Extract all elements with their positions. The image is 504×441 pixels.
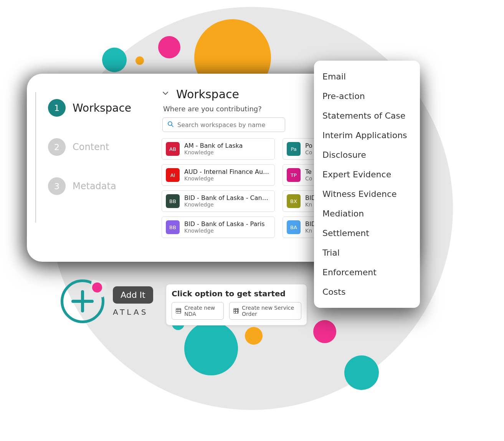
workspace-badge: BA (287, 220, 301, 234)
search-input[interactable]: Search workspaces by name (162, 117, 285, 132)
category-menu: EmailPre-actionStatements of CaseInterim… (314, 61, 420, 308)
table-icon (233, 308, 239, 314)
workspace-name: AUD - Internal Finance Audit 2023 (184, 168, 271, 175)
step-number: 2 (48, 138, 66, 156)
workspace-badge: Pa (287, 142, 301, 156)
workspace-item[interactable]: AIAUD - Internal Finance Audit 2023Knowl… (162, 164, 275, 186)
menu-item[interactable]: Expert Evidence (314, 165, 420, 184)
search-placeholder: Search workspaces by name (177, 121, 265, 129)
workspace-type: Co (305, 149, 312, 156)
atlas-logo-section: Add It ATLAS (61, 279, 153, 323)
workspace-name: BID - Bank of Laska - Canary (184, 194, 271, 202)
menu-item[interactable]: Witness Evidence (314, 184, 420, 204)
workspace-badge: AI (166, 168, 180, 182)
decoration-dot (158, 36, 180, 58)
workspace-badge: TP (287, 168, 301, 182)
menu-item[interactable]: Disclosure (314, 145, 420, 165)
menu-item[interactable]: Costs (314, 282, 420, 302)
chevron-down-icon[interactable] (162, 89, 169, 99)
add-it-button[interactable]: Add It (113, 286, 153, 304)
workspace-type: Knowledge (184, 175, 271, 182)
workspace-type: Knowledge (184, 149, 243, 156)
workspace-type: Co (305, 175, 312, 182)
menu-item[interactable]: Mediation (314, 204, 420, 223)
workspace-item[interactable]: BBBID - Bank of Laska - ParisKnowledge (162, 216, 275, 238)
table-icon (176, 308, 181, 314)
stepper-step-metadata[interactable]: 3 Metadata (48, 167, 159, 206)
menu-item[interactable]: Email (314, 67, 420, 86)
workspace-list-col-left: ABAM - Bank of LaskaKnowledgeAIAUD - Int… (162, 138, 275, 238)
menu-item[interactable]: Settlement (314, 223, 420, 243)
search-icon (167, 121, 174, 129)
panel-title: Workspace (176, 88, 239, 101)
menu-item[interactable]: Enforcement (314, 263, 420, 282)
button-label: Create new NDA (184, 305, 219, 317)
menu-item[interactable]: Interim Applications (314, 126, 420, 145)
workspace-badge: AB (166, 142, 180, 156)
wizard-stepper: 1 Workspace 2 Content 3 Metadata (48, 88, 159, 262)
workspace-type: Knowledge (184, 202, 271, 208)
stepper-line (35, 92, 36, 223)
atlas-logo-icon (61, 279, 104, 323)
menu-item[interactable]: Statements of Case (314, 106, 420, 126)
decoration-dot (136, 56, 144, 65)
decoration-dot (245, 327, 263, 345)
step-label: Metadata (73, 181, 116, 192)
create-service-order-button[interactable]: Create new Service Order (229, 302, 301, 320)
workspace-badge: BX (287, 194, 301, 208)
step-label: Workspace (73, 102, 131, 114)
decoration-dot (344, 355, 379, 390)
step-number: 1 (48, 99, 66, 117)
workspace-name: BID - Bank of Laska - Paris (184, 220, 265, 228)
get-started-title: Click option to get started (172, 289, 301, 298)
svg-line-1 (172, 125, 173, 127)
decoration-dot (184, 322, 238, 375)
workspace-item[interactable]: BBBID - Bank of Laska - CanaryKnowledge (162, 190, 275, 212)
create-nda-button[interactable]: Create new NDA (172, 302, 224, 320)
atlas-brand-text: ATLAS (113, 307, 153, 317)
workspace-item[interactable]: ABAM - Bank of LaskaKnowledge (162, 138, 275, 160)
menu-item[interactable]: Trial (314, 243, 420, 263)
workspace-name: Te (305, 168, 312, 175)
step-label: Content (73, 142, 109, 152)
workspace-badge: BB (166, 194, 180, 208)
workspace-type: Knowledge (184, 228, 265, 234)
workspace-badge: BB (166, 220, 180, 234)
step-number: 3 (48, 177, 66, 195)
menu-item[interactable]: Pre-action (314, 86, 420, 106)
stepper-step-workspace[interactable]: 1 Workspace (48, 88, 159, 127)
get-started-card: Click option to get started Create new N… (166, 284, 307, 325)
decoration-dot (313, 320, 336, 343)
decoration-dot (102, 48, 127, 72)
workspace-name: AM - Bank of Laska (184, 142, 243, 149)
button-label: Create new Service Order (242, 305, 297, 317)
workspace-name: Po (305, 142, 312, 149)
stepper-step-content[interactable]: 2 Content (48, 127, 159, 167)
